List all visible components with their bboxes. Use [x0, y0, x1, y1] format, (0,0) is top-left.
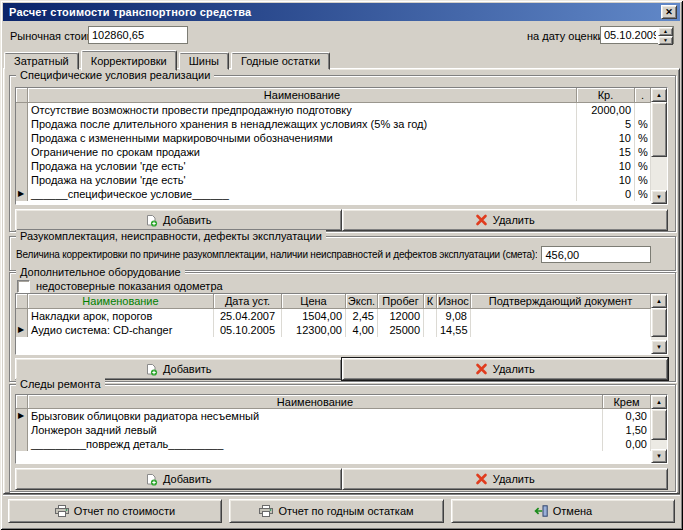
scroll-down-icon: ▼: [656, 194, 662, 200]
market-value-input[interactable]: [88, 26, 188, 44]
tab-shiny[interactable]: Шины: [179, 52, 229, 70]
cell-price: 12300,00: [282, 323, 346, 337]
header-exp: Эксп.: [346, 294, 378, 309]
cell-wear: 9,08: [437, 309, 471, 323]
scroll-up-button[interactable]: ▲: [651, 395, 667, 409]
scroll-up-icon: ▲: [656, 399, 662, 405]
group-repairs-title: Следы ремонта: [16, 378, 105, 390]
cell-value: 5: [577, 117, 635, 131]
cell-value: 0,00: [603, 437, 651, 451]
scroll-track[interactable]: [651, 308, 667, 340]
delete-icon: [475, 214, 488, 226]
delete-icon: [475, 473, 488, 485]
add-button[interactable]: Добавить: [15, 209, 342, 231]
scroll-down-button[interactable]: ▼: [651, 340, 667, 354]
scroll-up-button[interactable]: ▲: [651, 88, 667, 102]
header-name: Наименование: [28, 395, 603, 409]
scroll-track[interactable]: [651, 102, 667, 190]
odometer-checkbox[interactable]: [17, 280, 30, 293]
row-indicator: [16, 437, 28, 451]
cell-k: [424, 323, 437, 337]
tab-godnye-ostatki[interactable]: Годные остатки: [231, 52, 330, 70]
cell-value: 0: [577, 187, 635, 201]
row-marker-icon: ▶: [18, 189, 24, 199]
tab-korrektirovki[interactable]: Корректировки: [81, 50, 177, 71]
scroll-thumb[interactable]: [651, 308, 667, 337]
close-button[interactable]: ✕: [661, 5, 677, 19]
cell-exp: 4,00: [346, 323, 378, 337]
title-bar: Расчет стоимости транспортного средства …: [3, 3, 680, 21]
cell-name: Ограничение по срокам продажи: [28, 145, 577, 159]
table-row[interactable]: Лонжерон задний левый 1,50: [16, 423, 651, 437]
table-row[interactable]: Продажа с измененными маркировочными обо…: [16, 131, 651, 145]
add-button-label: Добавить: [163, 363, 212, 375]
spinner-up-icon: ▲: [663, 28, 668, 34]
cell-name: ______специфическое условие______: [28, 187, 577, 201]
header-unit: .: [635, 88, 651, 103]
delete-button-label: Удалить: [493, 473, 535, 485]
add-button[interactable]: Добавить: [15, 358, 342, 380]
scrollbar: ▲ ▼: [651, 294, 667, 354]
cell-k: [424, 309, 437, 323]
add-icon: [145, 214, 158, 227]
add-icon: [145, 363, 158, 376]
equipment-button-row: Добавить Удалить: [15, 358, 668, 380]
tab-content-panel: Специфические условия реализации Наимено…: [3, 68, 680, 494]
delete-button[interactable]: Удалить: [342, 358, 669, 380]
incomplete-label: Величина корректировки по причине разуко…: [16, 249, 537, 260]
cell-unit: %: [635, 145, 651, 159]
date-spinner-up[interactable]: ▲: [658, 27, 673, 36]
cell-unit: %: [635, 159, 651, 173]
row-marker-icon: ▶: [18, 411, 24, 421]
scroll-track[interactable]: [651, 409, 667, 449]
add-button[interactable]: Добавить: [15, 468, 342, 490]
row-indicator: [16, 145, 28, 159]
table-row-current[interactable]: ▶ ______специфическое условие______ 0 %: [16, 187, 651, 201]
row-indicator: ▶: [16, 323, 28, 337]
specific-button-row: Добавить Удалить: [15, 209, 668, 231]
cell-value: 1,50: [603, 423, 651, 437]
row-indicator: [16, 423, 28, 437]
scroll-thumb[interactable]: [651, 409, 667, 440]
delete-button[interactable]: Удалить: [342, 468, 669, 490]
cell-value: 0,30: [603, 409, 651, 423]
table-row[interactable]: _________поврежд деталь_________ 0,00: [16, 437, 651, 451]
group-repairs: Следы ремонта Наименование Крем ▶ Брызго…: [9, 384, 676, 492]
table-row[interactable]: Накладки арок, порогов 25.04.2007 1504,0…: [16, 309, 651, 323]
tab-label: Шины: [189, 55, 219, 67]
scroll-thumb[interactable]: [651, 102, 667, 157]
tab-label: Годные остатки: [241, 55, 320, 67]
table-row-current[interactable]: ▶ Аудио система: CD-changer 05.10.2005 1…: [16, 323, 651, 337]
scroll-down-button[interactable]: ▼: [651, 190, 667, 204]
table-row[interactable]: Продажа после длительного хранения в нен…: [16, 117, 651, 131]
repairs-grid-header: Наименование Крем: [16, 395, 651, 409]
table-row-current[interactable]: ▶ Брызговик облицовки радиатора несъемны…: [16, 409, 651, 423]
cancel-button[interactable]: Отмена: [451, 499, 675, 523]
cancel-label: Отмена: [553, 505, 592, 517]
cell-name: Аудио система: CD-changer: [28, 323, 214, 337]
add-button-label: Добавить: [163, 214, 212, 226]
table-row[interactable]: Отсутствие возможности провести предпрод…: [16, 103, 651, 117]
header-name: Наименование: [28, 294, 214, 309]
table-row[interactable]: Ограничение по срокам продажи 15 %: [16, 145, 651, 159]
repairs-grid: Наименование Крем ▶ Брызговик облицовки …: [15, 394, 668, 464]
odometer-checkbox-label: недостоверные показания одометра: [36, 280, 223, 292]
table-row[interactable]: Продажа на условии 'где есть' 10 %: [16, 159, 651, 173]
delete-button[interactable]: Удалить: [342, 209, 669, 231]
scroll-up-button[interactable]: ▲: [651, 294, 667, 308]
tab-zatratny[interactable]: Затратный: [4, 52, 79, 70]
repairs-grid-body: Наименование Крем ▶ Брызговик облицовки …: [16, 395, 651, 463]
incomplete-value-input[interactable]: [541, 246, 651, 263]
scroll-down-button[interactable]: ▼: [651, 449, 667, 463]
cell-name: _________поврежд деталь_________: [28, 437, 603, 451]
report-cost-button[interactable]: Отчет по стоимости: [8, 499, 222, 523]
report-salvage-button[interactable]: Отчет по годным остаткам: [229, 499, 444, 523]
cell-name: Лонжерон задний левый: [28, 423, 603, 437]
specific-grid-body: Наименование Кр. . Отсутствие возможност…: [16, 88, 651, 204]
date-spinner-down[interactable]: ▼: [658, 36, 673, 45]
grid-filler: [16, 201, 651, 204]
group-incomplete-title: Разукомплектация, неисправности, дефекты…: [16, 230, 326, 242]
table-row[interactable]: Продажа на условии 'где есть' 10 %: [16, 173, 651, 187]
cell-mileage: 12000: [378, 309, 424, 323]
grid-filler: [16, 451, 651, 463]
